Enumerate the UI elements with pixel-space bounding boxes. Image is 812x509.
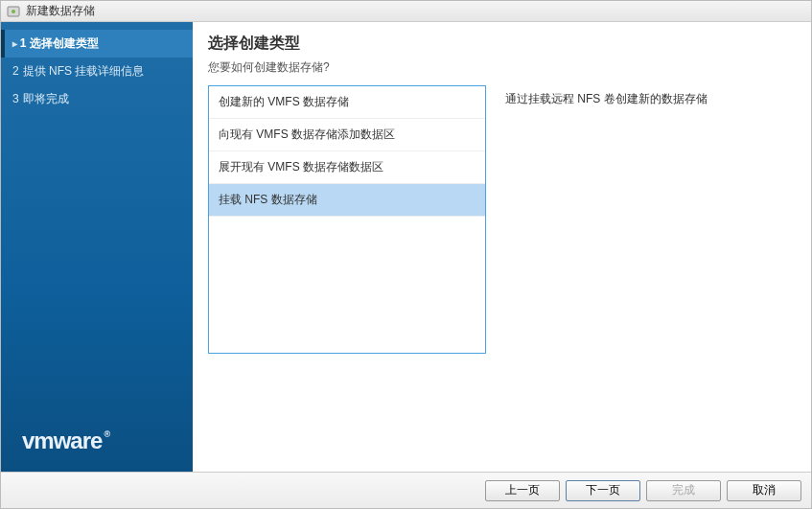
sidebar: 1选择创建类型 2提供 NFS 挂载详细信息 3即将完成 vmware®: [1, 22, 193, 472]
window-title: 新建数据存储: [26, 3, 95, 19]
next-button[interactable]: 下一页: [566, 480, 640, 501]
step-nfs-details[interactable]: 2提供 NFS 挂载详细信息: [1, 58, 193, 85]
page-subtitle: 您要如何创建数据存储?: [208, 59, 796, 76]
sidebar-spacer: [1, 113, 193, 428]
page-title: 选择创建类型: [208, 34, 796, 54]
step-label: 提供 NFS 挂载详细信息: [23, 64, 145, 78]
main-header: 选择创建类型 您要如何创建数据存储?: [208, 34, 796, 76]
step-number: 3: [12, 92, 19, 105]
option-description: 通过挂载远程 NFS 卷创建新的数据存储: [505, 85, 796, 464]
step-number: 1: [20, 36, 27, 50]
step-label: 选择创建类型: [30, 36, 99, 50]
main-content: 创建新的 VMFS 数据存储 向现有 VMFS 数据存储添加数据区 展开现有 V…: [208, 85, 796, 464]
vmware-logo: vmware®: [1, 428, 193, 472]
step-select-type[interactable]: 1选择创建类型: [1, 30, 193, 58]
titlebar: 新建数据存储: [1, 1, 811, 22]
datastore-icon: [7, 5, 20, 18]
main-panel: 选择创建类型 您要如何创建数据存储? 创建新的 VMFS 数据存储 向现有 VM…: [193, 22, 811, 472]
step-number: 2: [12, 64, 19, 78]
option-add-extent[interactable]: 向现有 VMFS 数据存储添加数据区: [209, 119, 485, 151]
finish-button[interactable]: 完成: [646, 480, 721, 501]
step-list: 1选择创建类型 2提供 NFS 挂载详细信息 3即将完成: [1, 30, 193, 113]
wizard-body: 1选择创建类型 2提供 NFS 挂载详细信息 3即将完成 vmware® 选择创…: [1, 22, 811, 472]
wizard-window: 新建数据存储 1选择创建类型 2提供 NFS 挂载详细信息 3即将完成 vmwa…: [0, 0, 812, 509]
vmware-wordmark: vmware®: [22, 428, 107, 453]
step-ready-to-complete[interactable]: 3即将完成: [1, 85, 193, 113]
option-mount-nfs[interactable]: 挂载 NFS 数据存储: [209, 184, 485, 217]
back-button[interactable]: 上一页: [485, 480, 560, 501]
option-expand-extent[interactable]: 展开现有 VMFS 数据存储数据区: [209, 151, 485, 184]
option-create-vmfs[interactable]: 创建新的 VMFS 数据存储: [209, 86, 485, 119]
footer: 上一页 下一页 完成 取消: [1, 472, 811, 508]
step-label: 即将完成: [23, 92, 69, 105]
cancel-button[interactable]: 取消: [727, 480, 801, 501]
creation-type-list[interactable]: 创建新的 VMFS 数据存储 向现有 VMFS 数据存储添加数据区 展开现有 V…: [208, 85, 486, 354]
svg-point-1: [12, 10, 15, 13]
